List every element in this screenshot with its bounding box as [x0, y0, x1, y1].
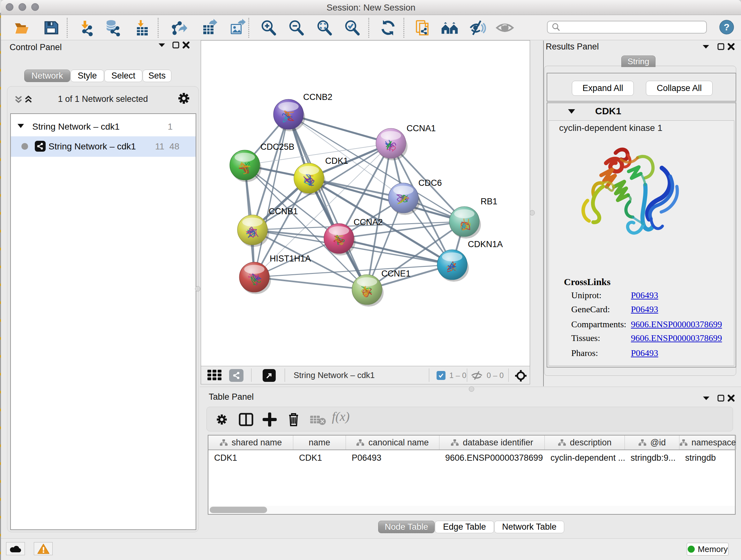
- node-CDKN1A[interactable]: [437, 250, 469, 282]
- table-gear-icon[interactable]: [213, 411, 230, 428]
- tab-node-table[interactable]: Node Table: [378, 521, 434, 533]
- node-CDK1[interactable]: [294, 163, 326, 195]
- table-delete-icon[interactable]: [285, 411, 302, 428]
- table-function-icon[interactable]: f(x): [332, 409, 350, 424]
- results-panel-close-button[interactable]: [726, 42, 736, 51]
- cdk1-section-header[interactable]: CDK1: [547, 103, 736, 120]
- zoom-selected-button[interactable]: [343, 18, 361, 37]
- toolbar-separator: [67, 18, 68, 38]
- cell-description[interactable]: cyclin-dependent ...: [545, 451, 625, 465]
- cdk1-caret-icon[interactable]: [568, 109, 576, 115]
- crosslink-link[interactable]: P06493: [631, 348, 658, 358]
- table-delete-column-icon[interactable]: [309, 411, 327, 428]
- control-panel-title: Control Panel: [10, 43, 62, 52]
- tab-edge-table[interactable]: Edge Table: [435, 521, 494, 533]
- scrollbar-thumb[interactable]: [210, 507, 267, 513]
- node-RB1[interactable]: [449, 206, 481, 239]
- tab-select[interactable]: Select: [105, 70, 142, 82]
- column-header-description[interactable]: description: [545, 435, 625, 449]
- zoom-out-button[interactable]: [287, 18, 306, 37]
- node-label-RB1: RB1: [481, 197, 497, 206]
- help-button[interactable]: ?: [719, 20, 734, 35]
- tab-string[interactable]: String: [621, 56, 656, 67]
- right-splitter-handle[interactable]: [529, 210, 535, 215]
- tab-sets[interactable]: Sets: [143, 70, 172, 82]
- save-session-button[interactable]: [42, 18, 60, 37]
- network-options-gear-icon[interactable]: [176, 90, 192, 106]
- import-network-database-button[interactable]: [103, 18, 122, 37]
- export-network-button[interactable]: [169, 18, 188, 37]
- node-CDC6[interactable]: [388, 183, 420, 215]
- column-header--id[interactable]: @id: [625, 435, 679, 449]
- cell-namespace[interactable]: stringdb: [679, 451, 736, 465]
- open-session-button[interactable]: [12, 18, 31, 37]
- control-panel-close-button[interactable]: [181, 40, 191, 50]
- network-row-selected[interactable]: String Network – cdk1 11 48: [11, 136, 196, 157]
- network-share-button[interactable]: [229, 369, 244, 382]
- hidden-eye-icon[interactable]: [471, 371, 483, 380]
- crosslink-link[interactable]: 9606.ENSP00000378699: [631, 319, 722, 329]
- crosslink-link[interactable]: 9606.ENSP00000378699: [631, 333, 722, 343]
- import-table-file-button[interactable]: [133, 18, 151, 37]
- selected-checkbox-icon[interactable]: [436, 371, 446, 380]
- table-panel-close-button[interactable]: [726, 393, 736, 403]
- column-header-canonical-name[interactable]: canonical name: [346, 435, 440, 449]
- network-view-toolbar: String Network – cdk1 1 – 0 0 – 0: [201, 366, 530, 384]
- table-horizontal-scrollbar[interactable]: [208, 506, 735, 514]
- control-panel-float-button[interactable]: [171, 40, 181, 50]
- cell-database-identifier[interactable]: 9606.ENSP00000378699: [440, 451, 545, 465]
- table-add-icon[interactable]: [261, 411, 278, 428]
- zoom-in-button[interactable]: [259, 18, 278, 37]
- column-header-name[interactable]: name: [293, 435, 346, 449]
- column-header-database-identifier[interactable]: database identifier: [440, 435, 545, 449]
- table-columns-icon[interactable]: [238, 411, 255, 428]
- export-table-button[interactable]: [200, 18, 219, 37]
- search-input[interactable]: [561, 22, 706, 32]
- network-collection-row[interactable]: String Network – cdk1 1: [11, 117, 196, 136]
- column-label: database identifier: [463, 438, 533, 448]
- title-bar: Session: New Session: [1, 0, 741, 15]
- copy-button[interactable]: [414, 18, 432, 37]
- refresh-button[interactable]: [379, 18, 397, 37]
- tab-network-table[interactable]: Network Table: [494, 521, 564, 533]
- open-in-window-button[interactable]: [263, 369, 276, 382]
- import-network-file-button[interactable]: [77, 18, 95, 37]
- column-header-shared-name[interactable]: shared name: [208, 435, 293, 449]
- crosslink-link[interactable]: P06493: [631, 290, 658, 300]
- node-CCNA1[interactable]: [376, 128, 408, 160]
- cell-shared-name[interactable]: CDK1: [208, 451, 293, 465]
- table-panel-menu-button[interactable]: [701, 393, 711, 403]
- zoom-fit-button[interactable]: [315, 18, 333, 37]
- control-panel-menu-button[interactable]: [157, 40, 166, 50]
- cloud-button[interactable]: [6, 542, 25, 555]
- grid-view-icon[interactable]: [207, 370, 223, 381]
- crosslink-link[interactable]: P06493: [631, 304, 658, 314]
- column-header-namespace[interactable]: namespace: [679, 435, 736, 449]
- left-splitter-handle[interactable]: [195, 286, 200, 292]
- node-CDC25B[interactable]: [230, 150, 261, 182]
- svg-text:?: ?: [724, 22, 730, 32]
- export-image-button[interactable]: [228, 18, 246, 37]
- expand-all-button[interactable]: Expand All: [572, 81, 634, 96]
- results-panel-menu-button[interactable]: [701, 42, 711, 51]
- tab-network[interactable]: Network: [24, 70, 70, 82]
- collapse-all-button[interactable]: Collapse All: [646, 81, 713, 96]
- string-home-button[interactable]: [441, 18, 459, 37]
- cell-name[interactable]: CDK1: [293, 451, 346, 465]
- tab-style[interactable]: Style: [71, 70, 104, 82]
- crosshair-icon[interactable]: [515, 369, 527, 382]
- hide-selected-button[interactable]: [468, 18, 487, 37]
- cell-canonical-name[interactable]: P06493: [346, 451, 440, 465]
- network-canvas[interactable]: CCNB2CCNA1CDC25BCDK1CDC6RB1CCNB1CCNA2CDK…: [201, 40, 530, 366]
- table-panel-float-button[interactable]: [716, 393, 726, 403]
- results-panel-float-button[interactable]: [716, 42, 726, 51]
- show-all-button[interactable]: [495, 18, 514, 37]
- cell--id[interactable]: stringdb:9...: [625, 451, 679, 465]
- status-bar: Memory: [1, 538, 741, 560]
- warning-button[interactable]: [34, 542, 53, 555]
- node-table-row[interactable]: CDK1CDK1P064939606.ENSP00000378699cyclin…: [208, 451, 735, 465]
- node-CCNE1[interactable]: [352, 274, 384, 307]
- memory-button[interactable]: Memory: [687, 543, 729, 556]
- collection-caret-icon[interactable]: [17, 124, 24, 130]
- node-HIST1H1A[interactable]: [239, 262, 271, 294]
